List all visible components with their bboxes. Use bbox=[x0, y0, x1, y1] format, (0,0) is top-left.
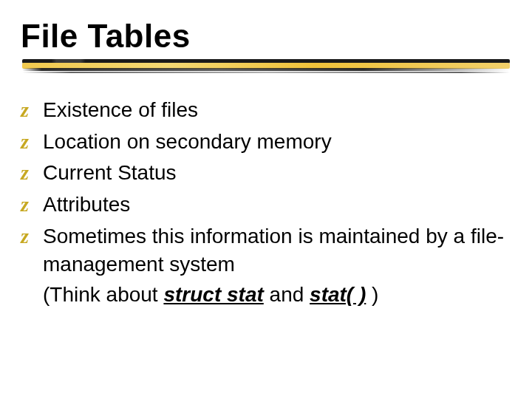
bullet-text: Attributes bbox=[43, 191, 511, 219]
bullet-subtext: (Think about struct stat and stat( ) ) bbox=[43, 281, 511, 310]
bullet-text: Existence of files bbox=[43, 96, 511, 125]
content-area: z Existence of files z Location on secon… bbox=[21, 96, 511, 309]
sub-mid: and bbox=[264, 283, 310, 306]
bullet-icon: z bbox=[21, 222, 43, 251]
sub-suffix: ) bbox=[366, 283, 378, 306]
bullet-text-main: Sometimes this information is maintained… bbox=[43, 225, 504, 276]
list-item: z Current Status bbox=[21, 159, 511, 188]
bullet-list: z Existence of files z Location on secon… bbox=[21, 96, 511, 309]
slide: File Tables z Existence of files z Locat… bbox=[0, 0, 532, 399]
bullet-text: Location on secondary memory bbox=[43, 128, 511, 157]
emphasis-struct-stat: struct stat bbox=[163, 283, 263, 306]
bullet-text: Sometimes this information is maintained… bbox=[43, 222, 511, 310]
list-item: z Attributes bbox=[21, 191, 511, 219]
bullet-text: Current Status bbox=[43, 159, 511, 188]
bullet-icon: z bbox=[21, 159, 43, 188]
bullet-icon: z bbox=[21, 191, 43, 219]
slide-title: File Tables bbox=[21, 18, 511, 55]
list-item: z Sometimes this information is maintain… bbox=[21, 222, 511, 310]
title-divider bbox=[22, 59, 510, 77]
list-item: z Location on secondary memory bbox=[21, 128, 511, 157]
bullet-icon: z bbox=[21, 128, 43, 157]
emphasis-stat-fn: stat( ) bbox=[310, 283, 366, 306]
list-item: z Existence of files bbox=[21, 96, 511, 125]
sub-prefix: (Think about bbox=[43, 283, 163, 306]
bullet-icon: z bbox=[21, 96, 43, 125]
